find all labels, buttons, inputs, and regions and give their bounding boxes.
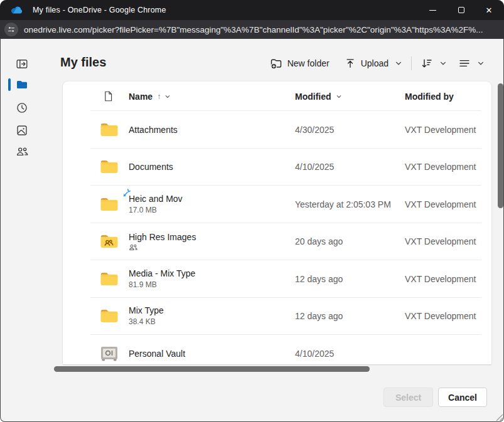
upload-button[interactable]: Upload [345,58,402,69]
select-button[interactable]: Select [383,388,433,407]
minimize-button[interactable] [419,0,446,20]
file-name: Heic and Mov [129,193,183,205]
chevron-down-icon [477,60,485,67]
file-name: Media - Mix Type [129,268,195,280]
file-modified-by: VXT Development [405,125,476,135]
shared-with-people-icon [129,243,137,251]
window-title: My files - OneDrive - Google Chrome [33,0,166,20]
table-row[interactable]: Personal Vault 4/10/2025 [63,335,491,364]
horizontal-scrollbar[interactable] [54,366,370,372]
file-subtitle [129,243,196,251]
folder-icon [100,308,119,324]
browser-window: My files - OneDrive - Google Chrome ✕ on… [0,0,504,422]
click-cursor-icon [121,188,131,199]
file-subtitle: 17.0 MB [129,205,183,216]
file-modified-by: VXT Development [405,199,476,209]
close-button[interactable]: ✕ [475,0,503,20]
sidebar-item-photos[interactable] [11,119,33,142]
sidebar-item-shared[interactable] [11,140,33,163]
panel-open-icon [16,58,28,70]
folder-icon [100,159,119,175]
folder-icon [100,309,119,324]
file-modified-by: VXT Development [405,236,476,246]
maximize-button[interactable] [448,0,475,20]
command-bar: New folder Upload [270,54,485,73]
sort-ascending-icon: ↑ [157,92,161,101]
cancel-button[interactable]: Cancel [438,388,487,407]
table-row[interactable]: Mix Type 38.4 KB 12 days ago VXT Develop… [63,298,491,335]
file-list: Attachments 4/30/2025 VXT Development [63,111,491,364]
page-title: My files [60,55,106,70]
people-icon [16,145,28,158]
file-name: Attachments [129,124,178,135]
files-panel: Name ↑ Modified Modified by [63,82,491,364]
chevron-down-icon [164,93,171,100]
site-info-button[interactable] [4,23,18,36]
toolbar-divider [411,56,412,70]
file-name: Mix Type [129,305,164,317]
column-header-modified-by[interactable]: Modified by [405,82,454,111]
table-header: Name ↑ Modified Modified by [63,82,491,111]
folder-add-icon [270,57,282,70]
folder-shared-icon [100,233,119,250]
table-row[interactable]: Heic and Mov 17.0 MB Yesterday at 2:05:0… [63,186,491,223]
file-name: High Res Images [129,231,196,243]
file-modified: 20 days ago [295,236,343,246]
folder-icon [100,122,119,138]
view-list-icon [458,57,471,70]
folder-icon [100,271,119,287]
upload-arrow-icon [345,58,356,69]
chevron-down-icon [439,60,447,67]
sort-icon [421,57,433,70]
folder-icon [100,159,119,174]
file-modified: 4/10/2025 [295,349,334,359]
folder-icon [100,197,119,212]
file-modified-by: VXT Development [405,311,476,321]
file-type-column-icon [103,82,114,111]
view-options-button[interactable] [458,57,485,70]
image-icon [16,124,28,137]
file-subtitle: 38.4 KB [129,317,164,327]
folder-icon [16,78,28,91]
shared-folder-icon [100,234,119,249]
sidebar-item-my-files[interactable] [11,73,33,96]
resize-handle[interactable] [495,413,503,421]
new-folder-button[interactable]: New folder [270,57,330,70]
file-modified: 4/30/2025 [295,125,334,135]
tune-icon [7,25,16,34]
column-header-modified[interactable]: Modified [295,82,342,111]
column-header-name[interactable]: Name ↑ [129,82,171,111]
file-modified: 4/10/2025 [295,162,334,172]
folder-icon [100,196,119,213]
file-modified: 12 days ago [295,311,343,321]
sort-button[interactable] [421,57,447,70]
maximize-icon [458,7,464,13]
vertical-scrollbar[interactable] [498,83,503,208]
url-text[interactable]: onedrive.live.com/picker?filePicker=%7B"… [24,20,495,39]
onedrive-cloud-icon [11,5,23,15]
title-bar: My files - OneDrive - Google Chrome ✕ [0,0,504,20]
new-folder-label: New folder [287,58,330,68]
minimize-icon [429,10,436,11]
table-row[interactable]: Media - Mix Type 81.9 MB 12 days ago VXT… [63,260,491,298]
file-modified: 12 days ago [295,274,343,284]
file-name: Personal Vault [129,347,185,359]
file-modified: Yesterday at 2:05:03 PM [295,199,391,209]
file-modified-by: VXT Development [405,162,476,172]
sidebar-item-recent[interactable] [11,97,33,119]
folder-icon [100,122,119,137]
folder-icon [100,272,119,287]
sidebar-item-toggle-pane[interactable] [11,53,33,75]
file-subtitle: 81.9 MB [129,280,195,290]
clock-icon [16,102,28,114]
table-row[interactable]: Documents 4/10/2025 VXT Development [63,149,491,186]
upload-label: Upload [361,58,389,68]
file-name: Documents [129,161,173,173]
table-row[interactable]: High Res Images 20 days ago VXT Developm… [63,223,491,261]
chevron-down-icon [336,93,342,100]
file-modified-by: VXT Development [405,274,476,284]
close-icon: ✕ [486,6,493,15]
table-row[interactable]: Attachments 4/30/2025 VXT Development [63,111,491,149]
selected-nav-indicator [8,78,11,91]
chevron-down-icon [395,60,402,67]
